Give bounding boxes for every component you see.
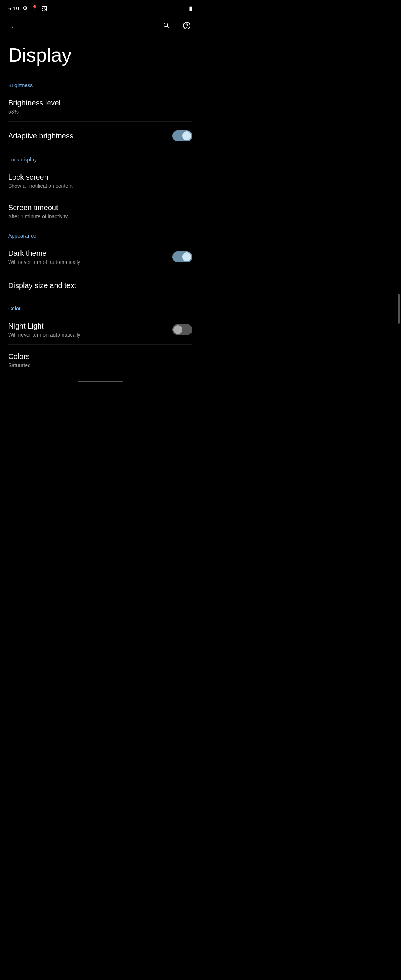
setting-text-dark-theme: Dark themeWill never turn off automatica…	[8, 248, 166, 265]
setting-text-screen-timeout: Screen timeoutAfter 1 minute of inactivi…	[8, 203, 193, 220]
status-bar: 6:19 ⚙ 📍 🖼 ▮	[0, 0, 200, 16]
toggle-container-dark-theme	[166, 250, 193, 264]
section-header-lock-display: Lock display	[0, 150, 200, 165]
setting-title-lock-screen: Lock screen	[8, 172, 193, 182]
status-time: 6:19	[8, 5, 19, 11]
setting-title-display-size-text: Display size and text	[8, 281, 193, 290]
toggle-knob-dark-theme	[182, 253, 191, 261]
setting-text-adaptive-brightness: Adaptive brightness	[8, 131, 166, 141]
toggle-adaptive-brightness[interactable]	[172, 130, 193, 142]
setting-title-dark-theme: Dark theme	[8, 248, 166, 258]
bottom-bar	[0, 375, 200, 388]
toggle-knob-adaptive-brightness	[182, 131, 191, 140]
setting-item-adaptive-brightness[interactable]: Adaptive brightness	[0, 122, 200, 150]
sections-container: BrightnessBrightness level58%Adaptive br…	[0, 76, 200, 375]
setting-subtitle-lock-screen: Show all notification content	[8, 183, 193, 189]
setting-subtitle-dark-theme: Will never turn off automatically	[8, 259, 166, 265]
setting-item-lock-screen[interactable]: Lock screenShow all notification content	[0, 165, 200, 196]
toggle-dark-theme[interactable]	[172, 251, 193, 262]
status-bar-right: ▮	[189, 5, 193, 12]
toggle-container-night-light	[166, 322, 193, 337]
bottom-indicator	[78, 381, 123, 382]
help-button[interactable]	[180, 19, 194, 35]
toggle-knob-night-light	[173, 325, 182, 334]
setting-title-adaptive-brightness: Adaptive brightness	[8, 131, 166, 141]
setting-title-screen-timeout: Screen timeout	[8, 203, 193, 212]
setting-text-brightness-level: Brightness level58%	[8, 98, 193, 115]
setting-subtitle-colors: Saturated	[8, 362, 193, 368]
nav-bar: ←	[0, 16, 200, 37]
toggle-divider-night-light	[166, 322, 166, 337]
settings-status-icon: ⚙	[23, 5, 27, 11]
section-header-color: Color	[0, 299, 200, 314]
back-button[interactable]: ←	[7, 19, 21, 35]
setting-text-night-light: Night LightWill never turn on automatica…	[8, 321, 166, 338]
search-button[interactable]	[160, 19, 174, 35]
setting-subtitle-screen-timeout: After 1 minute of inactivity	[8, 213, 193, 220]
setting-subtitle-brightness-level: 58%	[8, 109, 193, 115]
toggle-divider-dark-theme	[166, 250, 166, 264]
page-title: Display	[0, 37, 200, 76]
section-header-brightness: Brightness	[0, 76, 200, 91]
toggle-night-light[interactable]	[172, 324, 193, 335]
setting-text-lock-screen: Lock screenShow all notification content	[8, 172, 193, 189]
toggle-container-adaptive-brightness	[166, 129, 193, 143]
nav-right-icons	[160, 19, 194, 35]
toggle-divider-adaptive-brightness	[166, 129, 166, 143]
setting-subtitle-night-light: Will never turn on automatically	[8, 332, 166, 338]
setting-item-colors[interactable]: ColorsSaturated	[0, 345, 200, 375]
status-bar-left: 6:19 ⚙ 📍 🖼	[8, 5, 48, 11]
setting-item-dark-theme[interactable]: Dark themeWill never turn off automatica…	[0, 242, 200, 272]
location-status-icon: 📍	[31, 5, 38, 11]
setting-title-colors: Colors	[8, 352, 193, 361]
setting-item-brightness-level[interactable]: Brightness level58%	[0, 91, 200, 121]
battery-icon: ▮	[189, 5, 193, 12]
setting-item-night-light[interactable]: Night LightWill never turn on automatica…	[0, 314, 200, 345]
setting-title-brightness-level: Brightness level	[8, 98, 193, 108]
setting-text-display-size-text: Display size and text	[8, 281, 193, 290]
section-header-appearance: Appearance	[0, 226, 200, 242]
setting-title-night-light: Night Light	[8, 321, 166, 331]
setting-item-display-size-text[interactable]: Display size and text	[0, 272, 200, 299]
setting-text-colors: ColorsSaturated	[8, 352, 193, 368]
notification-status-icon: 🖼	[42, 5, 48, 11]
setting-item-screen-timeout[interactable]: Screen timeoutAfter 1 minute of inactivi…	[0, 196, 200, 226]
